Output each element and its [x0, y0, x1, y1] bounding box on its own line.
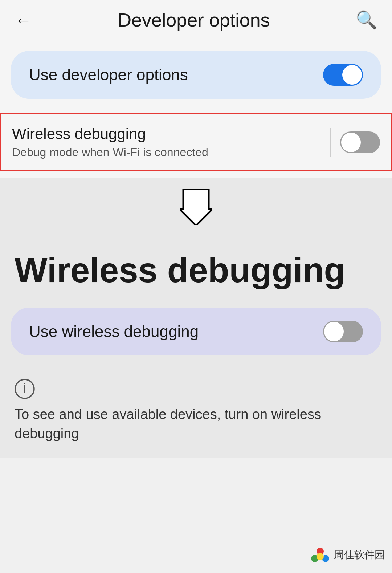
- developer-options-card[interactable]: Use developer options: [11, 51, 381, 99]
- back-button[interactable]: ←: [15, 10, 32, 30]
- wireless-debugging-title: Wireless debugging: [12, 125, 322, 143]
- wireless-debugging-section: Wireless debugging Debug mode when Wi-Fi…: [0, 113, 392, 178]
- svg-point-6: [317, 553, 324, 560]
- wireless-toggle-knob: [341, 133, 361, 152]
- watermark: 周佳软件园: [309, 544, 385, 566]
- use-wireless-toggle-knob: [324, 322, 344, 341]
- svg-text:i: i: [23, 381, 26, 395]
- info-icon: i: [15, 379, 35, 399]
- info-icon-row: i: [15, 377, 377, 399]
- developer-options-section: Use developer options: [0, 40, 392, 113]
- wireless-debugging-text-group: Wireless debugging Debug mode when Wi-Fi…: [12, 125, 322, 159]
- arrow-section: [0, 178, 392, 236]
- row-divider: [330, 128, 331, 157]
- use-wireless-debugging-toggle[interactable]: [323, 321, 363, 342]
- info-text: To see and use available devices, turn o…: [15, 407, 321, 441]
- top-bar: ← Developer options 🔍: [0, 0, 392, 40]
- use-wireless-debugging-card[interactable]: Use wireless debugging: [11, 308, 381, 355]
- down-arrow-icon: [180, 189, 212, 225]
- svg-marker-0: [180, 189, 212, 225]
- developer-options-label: Use developer options: [29, 66, 188, 84]
- info-section: i To see and use available devices, turn…: [0, 374, 392, 458]
- wireless-debugging-page-title: Wireless debugging: [0, 244, 392, 308]
- toggle-knob: [342, 65, 362, 85]
- watermark-logo: [309, 544, 331, 566]
- wireless-debugging-subtitle: Debug mode when Wi-Fi is connected: [12, 146, 322, 159]
- developer-options-toggle[interactable]: [323, 64, 363, 86]
- wireless-debugging-page: Wireless debugging Use wireless debuggin…: [0, 236, 392, 458]
- watermark-text: 周佳软件园: [334, 548, 385, 562]
- page-title: Developer options: [118, 9, 270, 31]
- use-wireless-debugging-label: Use wireless debugging: [29, 322, 199, 341]
- search-button[interactable]: 🔍: [356, 10, 377, 30]
- wireless-debugging-row[interactable]: Wireless debugging Debug mode when Wi-Fi…: [0, 113, 392, 171]
- wireless-debugging-toggle[interactable]: [340, 131, 380, 153]
